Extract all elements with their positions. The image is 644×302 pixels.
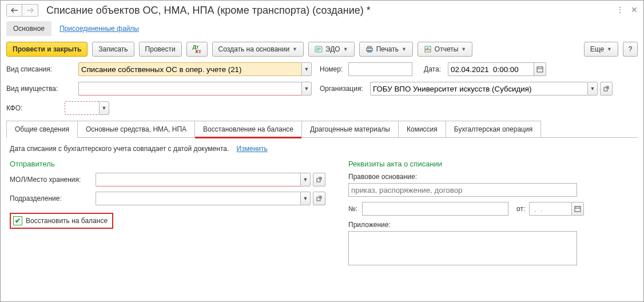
writeoff-type-label: Вид списания:: [6, 65, 78, 73]
open-icon: [316, 177, 322, 182]
mol-input[interactable]: [96, 173, 300, 186]
more-label: Еще: [590, 45, 604, 53]
writeoff-type-dropdown-button[interactable]: ▼: [301, 62, 312, 76]
kfo-label: КФО:: [6, 104, 65, 112]
arrow-left-icon: [11, 7, 18, 13]
mol-dropdown-button[interactable]: ▼: [300, 173, 311, 186]
org-select[interactable]: ▼: [370, 82, 598, 96]
kfo-input[interactable]: [65, 101, 99, 115]
asset-type-select[interactable]: ▼: [78, 82, 312, 96]
open-icon: [316, 196, 322, 201]
svg-rect-9: [575, 206, 581, 212]
mol-open-button[interactable]: [313, 173, 325, 186]
reports-icon: [424, 45, 432, 53]
act-date-input[interactable]: [529, 202, 571, 216]
org-dropdown-button[interactable]: ▼: [587, 82, 598, 96]
toolbar: Провести и закрыть Записать Провести Дт …: [1, 36, 643, 62]
reports-button[interactable]: Отчеты ▼: [418, 42, 472, 57]
org-input[interactable]: [370, 82, 587, 96]
date-input[interactable]: [448, 62, 534, 76]
window-header: Списание объектов ОС, НМА, НПА (кроме тр…: [1, 1, 643, 19]
close-icon[interactable]: ✕: [631, 5, 638, 14]
chevron-down-icon: ▼: [607, 46, 612, 52]
chevron-down-icon: ▼: [343, 46, 348, 52]
chevron-down-icon: ▼: [461, 46, 466, 52]
dept-input[interactable]: [96, 192, 300, 205]
act-section: Реквизиты акта о списании Правовое основ…: [348, 160, 634, 271]
two-column-layout: Отправитель МОЛ/Место хранения: ▼ Подраз…: [10, 160, 634, 271]
tab-main[interactable]: Основное: [6, 21, 51, 36]
post-and-close-button[interactable]: Провести и закрыть: [6, 42, 88, 57]
attachment-label: Приложение:: [348, 221, 391, 229]
attachment-textarea[interactable]: [348, 231, 577, 265]
post-button[interactable]: Провести: [139, 42, 182, 57]
open-icon: [603, 86, 609, 92]
number-label: Номер:: [320, 65, 348, 73]
tab-restore[interactable]: Восстановление на балансе: [194, 121, 302, 137]
reports-label: Отчеты: [435, 45, 458, 53]
act-calendar-button[interactable]: [571, 202, 584, 216]
top-tabs: Основное Присоединенные файлы: [1, 19, 643, 36]
tab-attached-files[interactable]: Присоединенные файлы: [53, 21, 146, 36]
edo-button[interactable]: ЭДО ▼: [308, 42, 355, 57]
mol-label: МОЛ/Место хранения:: [10, 176, 96, 184]
mol-select[interactable]: ▼: [96, 173, 311, 186]
calendar-button[interactable]: [534, 62, 546, 76]
print-button[interactable]: Печать ▼: [359, 42, 413, 57]
create-based-label: Создать на основании: [218, 45, 290, 53]
act-date-group: [529, 202, 584, 216]
number-input[interactable]: [348, 62, 412, 76]
sender-title: Отправитель: [10, 160, 325, 168]
chevron-down-icon: ▼: [292, 46, 297, 52]
page-title: Списание объектов ОС, НМА, НПА (кроме тр…: [46, 5, 371, 17]
tab-precious[interactable]: Драгоценные материалы: [301, 121, 399, 137]
arrow-right-icon: [27, 7, 34, 13]
menu-dots-icon[interactable]: ⋮: [616, 5, 624, 14]
print-label: Печать: [376, 45, 399, 53]
restore-checkbox-label: Восстановить на балансе: [26, 217, 108, 225]
hint-text: Дата списания с бухгалтерского учета сов…: [10, 145, 229, 153]
tab-commission[interactable]: Комиссия: [398, 121, 446, 137]
main-tabs: Общие сведения Основные средства, НМА, Н…: [6, 121, 638, 138]
legal-basis-label: Правовое основание:: [348, 173, 417, 181]
legal-basis-input[interactable]: [348, 183, 577, 197]
dept-open-button[interactable]: [313, 192, 325, 205]
dept-dropdown-button[interactable]: ▼: [300, 192, 311, 205]
tab-general[interactable]: Общие сведения: [6, 121, 78, 138]
act-title: Реквизиты акта о списании: [348, 160, 634, 168]
org-open-button[interactable]: [600, 82, 613, 96]
change-link[interactable]: Изменить: [237, 145, 268, 153]
act-number-label: №:: [348, 205, 362, 213]
nav-forward-button[interactable]: [22, 4, 38, 17]
header-actions: ⋮ ✕: [616, 5, 638, 14]
asset-type-input[interactable]: [78, 82, 301, 96]
save-button[interactable]: Записать: [92, 42, 134, 57]
calendar-icon: [536, 66, 543, 73]
dtkt-icon: Дт Кт: [193, 45, 201, 54]
dept-label: Подразделение:: [10, 194, 96, 202]
org-label: Организация:: [320, 85, 370, 93]
tab-assets[interactable]: Основные средства, НМА, НПА: [77, 121, 195, 137]
dept-select[interactable]: ▼: [96, 192, 311, 205]
kfo-select[interactable]: ▼: [65, 101, 109, 115]
act-number-input[interactable]: [362, 202, 508, 216]
tab-accounting[interactable]: Бухгалтерская операция: [446, 121, 541, 137]
print-icon: [365, 45, 373, 53]
date-label: Дата:: [424, 65, 448, 73]
form-header: Вид списания: ▼ Номер: Дата: Вид имущест…: [1, 62, 643, 115]
restore-checkbox[interactable]: ✔: [13, 216, 22, 225]
restore-on-balance-highlight: ✔ Восстановить на балансе: [10, 213, 113, 229]
chevron-down-icon: ▼: [401, 46, 407, 52]
writeoff-type-input[interactable]: [78, 62, 301, 76]
nav-back-button[interactable]: [6, 4, 22, 17]
dtkt-button[interactable]: Дт Кт: [186, 42, 208, 57]
more-button[interactable]: Еще ▼: [584, 42, 618, 57]
writeoff-type-select[interactable]: ▼: [78, 62, 312, 76]
create-based-button[interactable]: Создать на основании ▼: [212, 42, 304, 57]
kfo-dropdown-button[interactable]: ▼: [99, 101, 109, 115]
hint-row: Дата списания с бухгалтерского учета сов…: [10, 145, 634, 153]
svg-rect-2: [368, 46, 371, 48]
asset-type-dropdown-button[interactable]: ▼: [301, 82, 312, 96]
asset-type-label: Вид имущества:: [6, 85, 78, 93]
help-button[interactable]: ?: [623, 42, 638, 57]
